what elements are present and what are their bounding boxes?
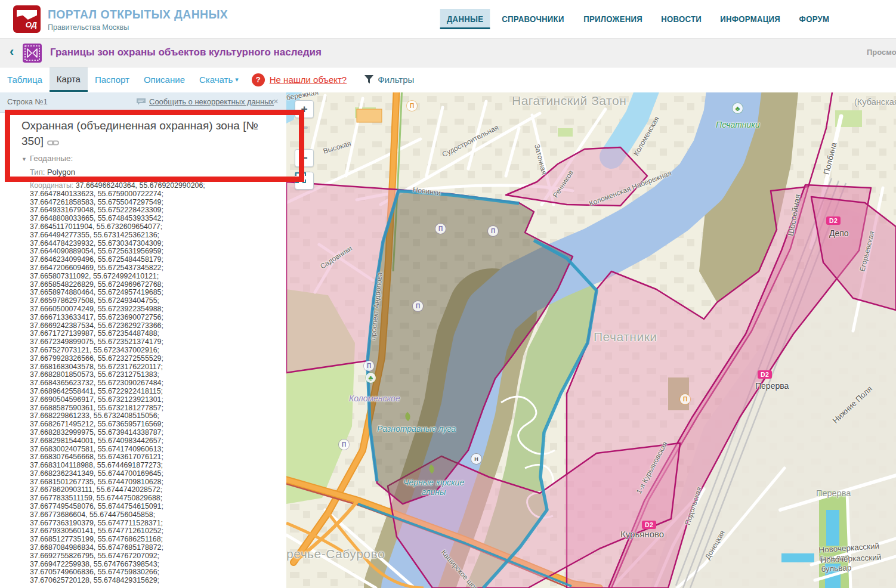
map-label: Речников (551, 169, 575, 199)
download-label: Скачать (199, 75, 233, 85)
map-label: Затонная (533, 143, 548, 175)
map-label: (Кубанская (854, 97, 896, 107)
zoom-out-button[interactable]: − (295, 149, 314, 167)
panel-header: Строка №1 Сообщить о некорректных данных… (0, 92, 286, 113)
dataset-title: Границы зон охраны объектов культурного … (50, 47, 322, 58)
museum-icon: Π (413, 301, 423, 311)
tab-table[interactable]: Таблица (0, 67, 50, 92)
map-label: Высокая (322, 139, 352, 155)
nav-item-forum[interactable]: ФОРУМ (792, 9, 836, 29)
map-label: Нижние Поля (831, 384, 874, 425)
object-not-found-link[interactable]: Не нашли объект? (270, 75, 347, 85)
geodata-section-header[interactable]: ▼Геоданные: (21, 154, 73, 163)
top-navigation: ДАННЫЕ СПРАВОЧНИКИ ПРИЛОЖЕНИЯ НОВОСТИ ИН… (438, 0, 839, 38)
map-label: Нагатинский Затон (512, 94, 626, 108)
map-labels-layer: бережнаяНагатинский Затон(КубанскаяВысок… (286, 92, 896, 588)
chevron-down-icon: ▾ (235, 76, 239, 83)
museum-icon: Π (339, 440, 349, 450)
map-label: проспект Андропова (369, 272, 384, 341)
row-number-label: Строка №1 (7, 97, 48, 106)
portal-subtitle: Правительства Москвы (48, 23, 129, 32)
fullscreen-icon[interactable] (295, 172, 314, 190)
filters-button[interactable]: Фильтры (364, 67, 414, 92)
d2-station-badge: D2 (826, 216, 841, 225)
map-canvas[interactable]: бережнаяНагатинский Затон(КубанскаяВысок… (286, 92, 896, 588)
tree-icon: ♣ (733, 103, 743, 113)
help-icon[interactable]: ? (252, 73, 265, 86)
tab-map[interactable]: Карта (50, 67, 88, 92)
museum-o-icon: Π (407, 101, 417, 111)
map-label: Перерва (816, 488, 851, 498)
close-icon[interactable]: × (273, 96, 279, 106)
portal-logo-icon[interactable]: ОД (13, 5, 41, 33)
dataset-icon (23, 44, 42, 63)
museum-o-icon: Π (680, 394, 690, 404)
triangle-down-icon: ▼ (21, 156, 27, 162)
breadcrumb: ‹ Границы зон охраны объектов культурног… (0, 39, 896, 67)
map-label: Шоссейная (786, 194, 802, 237)
map-label: Разнотравные луга (377, 424, 456, 434)
map-label: Каширское шоссе (440, 548, 485, 588)
map-label: 1-я Курьяновская (635, 440, 669, 495)
d2-station-badge: D2 (642, 521, 656, 529)
filters-label: Фильтры (378, 75, 414, 85)
map-label: Садовники (319, 244, 354, 271)
coordinates-list: Координаты: 37.664966240364, 55.67692029… (30, 182, 280, 588)
museum-icon: Π (364, 361, 374, 371)
zone-title: Охранная (объединенная охранная) зона [№… (21, 118, 265, 150)
tab-download[interactable]: Скачать ▾ (192, 67, 246, 92)
link-icon[interactable] (47, 135, 59, 150)
zoom-in-button[interactable]: + (295, 100, 314, 118)
tab-passport[interactable]: Паспорт (88, 67, 137, 92)
zoom-slider-tick[interactable] (299, 126, 308, 129)
feature-info-panel: Строка №1 Сообщить о некорректных данных… (0, 92, 287, 588)
tree-icon: ♣ (366, 373, 376, 383)
tab-description[interactable]: Описание (137, 67, 192, 92)
funnel-icon (364, 75, 373, 84)
map-label: Подольская (683, 486, 703, 526)
nav-item-data[interactable]: ДАННЫЕ (440, 9, 490, 29)
map-label: Донецкая (703, 529, 727, 561)
map-label: Печатники (716, 120, 760, 129)
portal-title[interactable]: ПОРТАЛ ОТКРЫТЫХ ДАННЫХ (48, 7, 228, 21)
map-label: Коломенское (349, 394, 400, 403)
nav-item-applications[interactable]: ПРИЛОЖЕНИЯ (577, 9, 649, 29)
map-label: Новинки (412, 185, 441, 197)
museum-icon: Π (435, 224, 446, 234)
nav-item-directories[interactable]: СПРАВОЧНИКИ (495, 9, 571, 29)
speech-bubble-icon (136, 97, 146, 108)
site-header: ОД ПОРТАЛ ОТКРЫТЫХ ДАННЫХ Правительства … (0, 0, 896, 39)
map-label: Перерва (755, 381, 789, 391)
leaf-icon (427, 465, 436, 474)
map-label: речье-Сабурово (286, 547, 385, 561)
map-label: Судостроительная (441, 123, 500, 159)
nav-item-news[interactable]: НОВОСТИ (654, 9, 708, 29)
geometry-type-row: Тип: Polygon (30, 168, 75, 177)
map-label: Новочеркасский бульвар (820, 552, 896, 574)
map-label: Егорьевская (858, 230, 876, 273)
back-chevron-icon[interactable]: ‹ (10, 44, 14, 60)
report-incorrect-data-link[interactable]: Сообщить о некорректных данных (149, 97, 274, 106)
map-label: Коломенская (632, 115, 661, 157)
nav-item-information[interactable]: ИНФОРМАЦИЯ (713, 9, 787, 29)
map-label: Депо (829, 228, 849, 238)
museum-icon: Π (488, 226, 498, 236)
logo-text: ОД (26, 20, 37, 29)
views-counter: Просмотров (867, 48, 896, 57)
open-data-portal-page: ОД ПОРТАЛ ОТКРЫТЫХ ДАННЫХ Правительства … (0, 0, 896, 588)
map-label: Коломенская Набережная (588, 169, 672, 208)
dataset-tabbar: Таблица Карта Паспорт Описание Скачать ▾… (0, 67, 896, 92)
map-label: Курьяново (620, 529, 664, 539)
d2-station-badge: D2 (758, 370, 772, 379)
map-label: Полбина (822, 141, 839, 175)
map-label: Печатники (594, 330, 657, 344)
leaf-icon (403, 412, 412, 421)
map-label: Чёрные юрские глины (403, 478, 464, 497)
heli-icon: H (471, 454, 481, 464)
